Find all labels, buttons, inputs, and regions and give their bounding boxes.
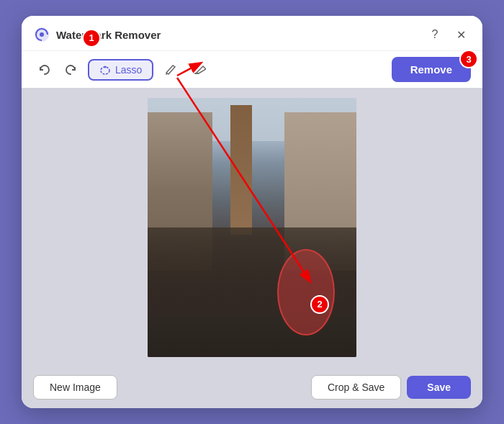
close-button[interactable]: ✕ <box>451 24 471 45</box>
image-container: 2 <box>148 98 356 357</box>
new-image-button[interactable]: New Image <box>33 375 117 400</box>
annotation-badge-2: 2 <box>310 295 329 314</box>
pencil-icon <box>164 63 177 76</box>
undo-icon <box>38 63 51 76</box>
redo-button[interactable] <box>59 58 82 81</box>
lasso-wrapper: Lasso 1 <box>88 59 153 81</box>
window-controls: ? ✕ <box>425 24 471 45</box>
eraser-button[interactable] <box>188 58 211 81</box>
lasso-button[interactable]: Lasso <box>88 59 153 81</box>
street-scene: 2 <box>148 98 356 357</box>
crop-save-button[interactable]: Crop & Save <box>311 375 401 400</box>
toolbar-left <box>33 58 82 81</box>
annotation-badge-1: 1 <box>82 29 101 48</box>
eraser-icon <box>193 63 206 76</box>
save-button[interactable]: Save <box>407 376 471 399</box>
lasso-icon <box>99 64 111 76</box>
svg-point-3 <box>104 66 107 68</box>
remove-wrapper: Remove 3 <box>392 57 471 82</box>
toolbar: Lasso 1 Remove 3 <box>22 51 482 88</box>
svg-point-1 <box>40 32 44 37</box>
annotation-badge-3: 3 <box>459 50 478 68</box>
app-title: Watermark Remover <box>56 29 425 41</box>
undo-button[interactable] <box>33 58 56 81</box>
lasso-label: Lasso <box>115 64 142 76</box>
redo-icon <box>64 63 77 76</box>
help-button[interactable]: ? <box>425 24 445 45</box>
canvas-area: 2 <box>22 88 482 366</box>
footer: New Image Crop & Save Save <box>22 366 482 408</box>
main-window: Watermark Remover ? ✕ <box>22 16 482 408</box>
pencil-button[interactable] <box>159 58 182 81</box>
app-logo-icon <box>33 26 50 43</box>
tower <box>230 105 252 235</box>
